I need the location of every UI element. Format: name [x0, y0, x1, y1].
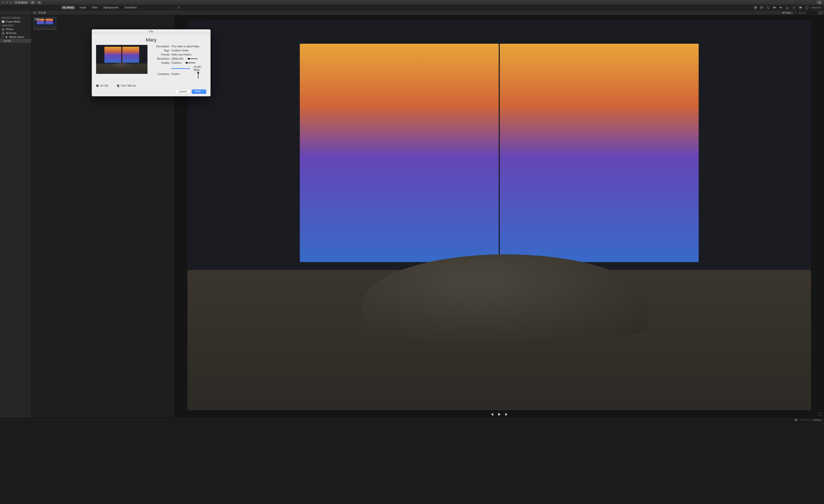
list-icon — [31, 1, 34, 3]
svg-rect-13 — [2, 21, 5, 23]
next-button[interactable] — [505, 413, 508, 416]
share-button[interactable] — [817, 1, 822, 4]
dialog-titlebar: File — [92, 29, 211, 34]
resolution-label: Resolution: — [150, 57, 170, 60]
sidebar-project-media[interactable]: Project Media — [0, 20, 31, 23]
tab-transitions[interactable]: Transitions — [123, 6, 138, 9]
svg-rect-5 — [773, 7, 775, 8]
bitrate-slider[interactable] — [171, 68, 192, 69]
annotation-arrow — [185, 62, 195, 64]
color-balance-icon[interactable] — [753, 6, 757, 9]
filter-icon[interactable] — [799, 6, 802, 9]
speed-icon[interactable] — [792, 6, 796, 9]
resolution-select[interactable]: 1080p 60 ▴▾ — [171, 57, 184, 60]
filmstrip-toggle-icon[interactable] — [33, 11, 37, 14]
sidebar-imovie-library[interactable]: ▼ iMovie Library — [0, 35, 31, 39]
back-to-projects-button[interactable]: Projects — [14, 1, 29, 4]
sidebar-all-events[interactable]: All Events — [0, 31, 31, 35]
search-icon — [795, 12, 797, 14]
compress-value: Faster — [171, 73, 179, 76]
svg-point-16 — [3, 30, 3, 31]
svg-point-12 — [795, 12, 797, 13]
sidebar-item-label: Photos — [6, 28, 13, 30]
crop-icon[interactable] — [766, 6, 770, 9]
disclosure-triangle-icon[interactable]: ▼ — [2, 36, 4, 38]
tab-titles[interactable]: Titles — [91, 6, 99, 9]
import-icon — [38, 1, 40, 3]
timeline-zoom-slider[interactable] — [800, 420, 811, 420]
noise-eq-icon[interactable] — [786, 6, 789, 9]
sidebar-photos[interactable]: Photos — [0, 27, 31, 31]
tab-audio[interactable]: Audio — [78, 6, 88, 9]
clapper-icon — [2, 20, 5, 23]
next-button[interactable]: Next… — [192, 89, 206, 94]
quality-select[interactable]: Custom ▴▾ — [171, 61, 182, 64]
export-project-title: Mary — [96, 37, 206, 43]
updown-icon: ▴▾ — [191, 54, 192, 56]
sidebar-event-item[interactable]: 5-8-20 — [0, 39, 31, 43]
quality-label: Quality: — [150, 61, 170, 64]
svg-point-15 — [3, 28, 3, 29]
color-correction-icon[interactable] — [760, 6, 763, 9]
content-created-icon[interactable]: ➤ — [819, 11, 822, 14]
library-list-button[interactable] — [30, 1, 35, 4]
fullscreen-button[interactable] — [818, 413, 822, 416]
timeline-area[interactable]: Settings — [0, 418, 824, 504]
zoom-icon[interactable] — [9, 1, 12, 4]
preview-viewer — [175, 15, 824, 418]
info-icon[interactable] — [805, 6, 809, 9]
cancel-button[interactable]: Cancel — [176, 89, 190, 94]
compress-label: Compress: — [150, 73, 170, 76]
preview-image[interactable] — [187, 20, 811, 410]
close-icon[interactable] — [2, 1, 4, 4]
timeline-settings-button[interactable]: Settings — [813, 419, 821, 421]
search-field[interactable] — [798, 11, 813, 14]
svg-point-8 — [800, 7, 802, 8]
import-button[interactable] — [37, 1, 42, 4]
export-preview-thumbnail — [96, 45, 147, 74]
media-tabs: My Media Audio Titles Backgrounds Transi… — [0, 6, 138, 9]
tab-my-media[interactable]: My Media — [61, 6, 75, 9]
clip-duration-badge: 3.6m — [34, 18, 40, 20]
event-name-label: 5-8-20 — [38, 11, 46, 14]
updown-icon: ▴▾ — [791, 12, 793, 14]
sidebar-header-project: PROJECT MEDIA — [0, 16, 31, 20]
export-duration: 3m 36s — [96, 84, 108, 87]
enhance-wand-icon[interactable] — [176, 6, 180, 10]
back-label: Projects — [18, 1, 27, 4]
clock-icon — [96, 84, 99, 87]
export-filesize: 728.5 MB est. — [117, 84, 136, 87]
stabilization-icon[interactable] — [773, 6, 776, 9]
filesize-value: 728.5 MB est. — [120, 84, 136, 87]
clips-filter-label: All Clips — [782, 11, 791, 14]
svg-rect-0 — [31, 1, 33, 3]
volume-icon[interactable] — [779, 6, 783, 9]
sidebar-item-label: All Events — [6, 32, 16, 34]
annotation-arrow — [187, 58, 198, 60]
updown-icon: ▴▾ — [179, 73, 180, 75]
library-star-icon — [5, 36, 8, 38]
minimize-icon[interactable] — [6, 1, 8, 4]
format-select[interactable]: Video and Audio ▴▾ — [171, 53, 192, 56]
export-file-dialog: File Mary Description: This video is abo… — [92, 29, 211, 96]
window-traffic-lights[interactable] — [2, 1, 12, 4]
description-field[interactable]: This video is about Mary — [171, 45, 206, 48]
compress-select[interactable]: Faster ▴▾ — [171, 73, 180, 76]
quality-value: Custom — [171, 61, 180, 64]
clips-filter-dropdown[interactable]: All Clips ▴▾ — [782, 11, 793, 14]
timeline-index-icon[interactable] — [794, 418, 798, 422]
play-button[interactable] — [498, 413, 501, 416]
updown-icon: ▴▾ — [181, 62, 182, 64]
tags-field[interactable]: Creative Outlet — [171, 49, 206, 52]
svg-point-18 — [4, 29, 4, 29]
tags-label: Tags: — [150, 49, 170, 52]
media-clip[interactable]: 3.6m — [34, 17, 56, 30]
updown-icon: ▴▾ — [183, 58, 184, 60]
tab-backgrounds[interactable]: Backgrounds — [102, 6, 120, 9]
reset-all-button[interactable]: Reset All — [812, 6, 821, 9]
prev-button[interactable] — [490, 413, 494, 416]
bitrate-value: 26.667 Mbps — [194, 66, 206, 72]
svg-point-17 — [2, 29, 2, 29]
search-input[interactable] — [794, 11, 818, 14]
svg-rect-11 — [34, 11, 36, 14]
